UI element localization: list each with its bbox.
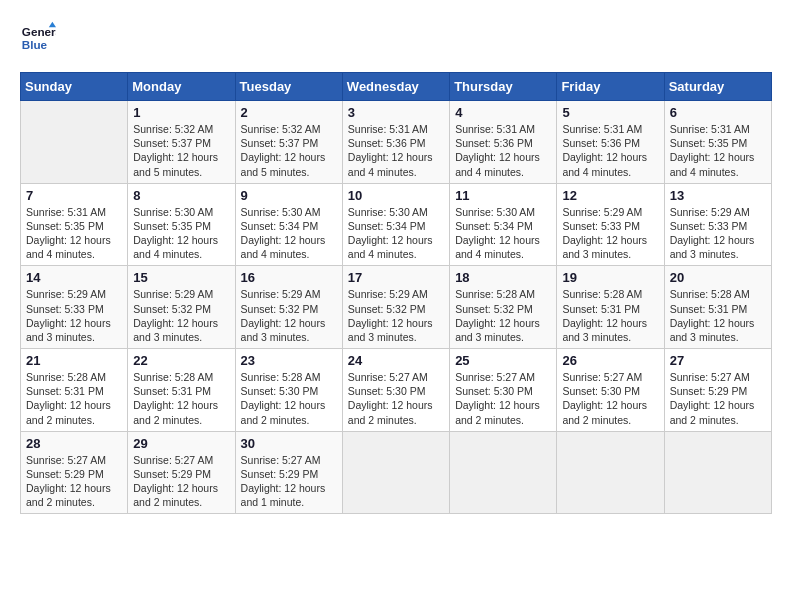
calendar-cell: 27Sunrise: 5:27 AMSunset: 5:29 PMDayligh… (664, 349, 771, 432)
calendar-week-row: 7Sunrise: 5:31 AMSunset: 5:35 PMDaylight… (21, 183, 772, 266)
day-sun-info: Sunrise: 5:30 AMSunset: 5:34 PMDaylight:… (241, 205, 337, 262)
day-number: 27 (670, 353, 766, 368)
calendar-cell: 29Sunrise: 5:27 AMSunset: 5:29 PMDayligh… (128, 431, 235, 514)
day-number: 2 (241, 105, 337, 120)
logo: General Blue (20, 20, 56, 56)
day-number: 17 (348, 270, 444, 285)
day-sun-info: Sunrise: 5:31 AMSunset: 5:35 PMDaylight:… (670, 122, 766, 179)
calendar-cell: 4Sunrise: 5:31 AMSunset: 5:36 PMDaylight… (450, 101, 557, 184)
day-sun-info: Sunrise: 5:27 AMSunset: 5:29 PMDaylight:… (133, 453, 229, 510)
calendar-cell (664, 431, 771, 514)
dow-header: Saturday (664, 73, 771, 101)
calendar-cell: 7Sunrise: 5:31 AMSunset: 5:35 PMDaylight… (21, 183, 128, 266)
day-number: 6 (670, 105, 766, 120)
day-sun-info: Sunrise: 5:27 AMSunset: 5:30 PMDaylight:… (348, 370, 444, 427)
calendar-cell: 23Sunrise: 5:28 AMSunset: 5:30 PMDayligh… (235, 349, 342, 432)
day-number: 19 (562, 270, 658, 285)
dow-header: Sunday (21, 73, 128, 101)
calendar-cell: 6Sunrise: 5:31 AMSunset: 5:35 PMDaylight… (664, 101, 771, 184)
day-sun-info: Sunrise: 5:27 AMSunset: 5:29 PMDaylight:… (670, 370, 766, 427)
day-sun-info: Sunrise: 5:27 AMSunset: 5:30 PMDaylight:… (562, 370, 658, 427)
day-sun-info: Sunrise: 5:28 AMSunset: 5:31 PMDaylight:… (133, 370, 229, 427)
day-number: 10 (348, 188, 444, 203)
calendar-cell: 5Sunrise: 5:31 AMSunset: 5:36 PMDaylight… (557, 101, 664, 184)
days-of-week-row: SundayMondayTuesdayWednesdayThursdayFrid… (21, 73, 772, 101)
day-sun-info: Sunrise: 5:28 AMSunset: 5:32 PMDaylight:… (455, 287, 551, 344)
calendar-cell: 2Sunrise: 5:32 AMSunset: 5:37 PMDaylight… (235, 101, 342, 184)
calendar-cell: 12Sunrise: 5:29 AMSunset: 5:33 PMDayligh… (557, 183, 664, 266)
day-sun-info: Sunrise: 5:29 AMSunset: 5:33 PMDaylight:… (26, 287, 122, 344)
calendar-week-row: 14Sunrise: 5:29 AMSunset: 5:33 PMDayligh… (21, 266, 772, 349)
day-sun-info: Sunrise: 5:29 AMSunset: 5:32 PMDaylight:… (133, 287, 229, 344)
calendar-cell: 28Sunrise: 5:27 AMSunset: 5:29 PMDayligh… (21, 431, 128, 514)
calendar-week-row: 21Sunrise: 5:28 AMSunset: 5:31 PMDayligh… (21, 349, 772, 432)
day-number: 7 (26, 188, 122, 203)
calendar-week-row: 1Sunrise: 5:32 AMSunset: 5:37 PMDaylight… (21, 101, 772, 184)
day-sun-info: Sunrise: 5:28 AMSunset: 5:31 PMDaylight:… (562, 287, 658, 344)
svg-text:Blue: Blue (22, 38, 48, 51)
calendar-cell: 3Sunrise: 5:31 AMSunset: 5:36 PMDaylight… (342, 101, 449, 184)
day-sun-info: Sunrise: 5:29 AMSunset: 5:33 PMDaylight:… (562, 205, 658, 262)
day-number: 16 (241, 270, 337, 285)
calendar-cell: 18Sunrise: 5:28 AMSunset: 5:32 PMDayligh… (450, 266, 557, 349)
calendar-cell (557, 431, 664, 514)
day-number: 20 (670, 270, 766, 285)
day-sun-info: Sunrise: 5:29 AMSunset: 5:32 PMDaylight:… (348, 287, 444, 344)
calendar-body: 1Sunrise: 5:32 AMSunset: 5:37 PMDaylight… (21, 101, 772, 514)
day-number: 12 (562, 188, 658, 203)
day-number: 8 (133, 188, 229, 203)
day-number: 23 (241, 353, 337, 368)
calendar-table: SundayMondayTuesdayWednesdayThursdayFrid… (20, 72, 772, 514)
day-sun-info: Sunrise: 5:28 AMSunset: 5:30 PMDaylight:… (241, 370, 337, 427)
day-sun-info: Sunrise: 5:32 AMSunset: 5:37 PMDaylight:… (241, 122, 337, 179)
calendar-cell: 25Sunrise: 5:27 AMSunset: 5:30 PMDayligh… (450, 349, 557, 432)
calendar-cell (21, 101, 128, 184)
generalblue-logo-icon: General Blue (20, 20, 56, 56)
day-number: 14 (26, 270, 122, 285)
day-number: 1 (133, 105, 229, 120)
calendar-cell: 30Sunrise: 5:27 AMSunset: 5:29 PMDayligh… (235, 431, 342, 514)
day-number: 26 (562, 353, 658, 368)
calendar-cell: 8Sunrise: 5:30 AMSunset: 5:35 PMDaylight… (128, 183, 235, 266)
day-number: 29 (133, 436, 229, 451)
day-number: 18 (455, 270, 551, 285)
day-number: 11 (455, 188, 551, 203)
day-sun-info: Sunrise: 5:31 AMSunset: 5:36 PMDaylight:… (348, 122, 444, 179)
day-number: 28 (26, 436, 122, 451)
day-number: 13 (670, 188, 766, 203)
day-number: 22 (133, 353, 229, 368)
calendar-cell: 17Sunrise: 5:29 AMSunset: 5:32 PMDayligh… (342, 266, 449, 349)
calendar-week-row: 28Sunrise: 5:27 AMSunset: 5:29 PMDayligh… (21, 431, 772, 514)
calendar-cell: 21Sunrise: 5:28 AMSunset: 5:31 PMDayligh… (21, 349, 128, 432)
day-number: 15 (133, 270, 229, 285)
day-sun-info: Sunrise: 5:28 AMSunset: 5:31 PMDaylight:… (670, 287, 766, 344)
day-sun-info: Sunrise: 5:27 AMSunset: 5:29 PMDaylight:… (241, 453, 337, 510)
day-sun-info: Sunrise: 5:27 AMSunset: 5:30 PMDaylight:… (455, 370, 551, 427)
day-sun-info: Sunrise: 5:32 AMSunset: 5:37 PMDaylight:… (133, 122, 229, 179)
day-number: 9 (241, 188, 337, 203)
calendar-cell: 15Sunrise: 5:29 AMSunset: 5:32 PMDayligh… (128, 266, 235, 349)
calendar-cell: 1Sunrise: 5:32 AMSunset: 5:37 PMDaylight… (128, 101, 235, 184)
day-sun-info: Sunrise: 5:31 AMSunset: 5:36 PMDaylight:… (455, 122, 551, 179)
dow-header: Tuesday (235, 73, 342, 101)
dow-header: Monday (128, 73, 235, 101)
day-sun-info: Sunrise: 5:27 AMSunset: 5:29 PMDaylight:… (26, 453, 122, 510)
calendar-cell: 22Sunrise: 5:28 AMSunset: 5:31 PMDayligh… (128, 349, 235, 432)
calendar-cell (450, 431, 557, 514)
page-header: General Blue (20, 20, 772, 56)
calendar-cell (342, 431, 449, 514)
calendar-cell: 20Sunrise: 5:28 AMSunset: 5:31 PMDayligh… (664, 266, 771, 349)
day-sun-info: Sunrise: 5:31 AMSunset: 5:36 PMDaylight:… (562, 122, 658, 179)
day-sun-info: Sunrise: 5:29 AMSunset: 5:33 PMDaylight:… (670, 205, 766, 262)
calendar-cell: 16Sunrise: 5:29 AMSunset: 5:32 PMDayligh… (235, 266, 342, 349)
dow-header: Wednesday (342, 73, 449, 101)
calendar-cell: 14Sunrise: 5:29 AMSunset: 5:33 PMDayligh… (21, 266, 128, 349)
day-number: 25 (455, 353, 551, 368)
calendar-cell: 13Sunrise: 5:29 AMSunset: 5:33 PMDayligh… (664, 183, 771, 266)
day-sun-info: Sunrise: 5:29 AMSunset: 5:32 PMDaylight:… (241, 287, 337, 344)
calendar-cell: 11Sunrise: 5:30 AMSunset: 5:34 PMDayligh… (450, 183, 557, 266)
day-number: 4 (455, 105, 551, 120)
day-number: 3 (348, 105, 444, 120)
dow-header: Thursday (450, 73, 557, 101)
calendar-cell: 10Sunrise: 5:30 AMSunset: 5:34 PMDayligh… (342, 183, 449, 266)
